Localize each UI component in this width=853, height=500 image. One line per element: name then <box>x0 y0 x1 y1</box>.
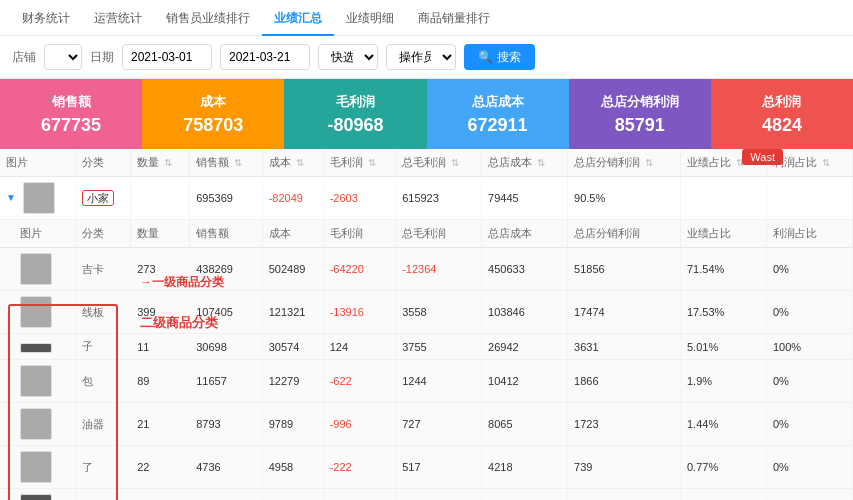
row-l1-sales: 695369 <box>190 177 262 220</box>
l2-5-sales: 8793 <box>190 403 262 446</box>
l2-1-profit: -64220 <box>323 248 395 291</box>
l2-1-sales: 438269 <box>190 248 262 291</box>
kpi-cost-value: 758703 <box>183 115 243 136</box>
l2-4-image <box>20 365 52 397</box>
nav-salesperson-rank[interactable]: 销售员业绩排行 <box>154 0 262 36</box>
l2-6-profit-ratio: 0% <box>766 446 852 489</box>
nav-operations-stats[interactable]: 运营统计 <box>82 0 154 36</box>
search-button[interactable]: 🔍 搜索 <box>464 44 535 70</box>
l2-5-profit-ratio: 0% <box>766 403 852 446</box>
store-label: 店铺 <box>12 49 36 66</box>
th-qty[interactable]: 数量 ⇅ <box>131 149 190 177</box>
th-profit[interactable]: 毛利润 ⇅ <box>323 149 395 177</box>
l2-7-profit-ratio: 0% <box>766 489 852 501</box>
collapse-icon[interactable]: ▼ <box>6 192 16 203</box>
l2-1-qty: 273 <box>131 248 190 291</box>
kpi-bar: 销售额 677735 成本 758703 毛利润 -80968 总店成本 672… <box>0 79 853 149</box>
l2-3-total-cost: 26942 <box>482 334 568 360</box>
kpi-cost: 成本 758703 <box>142 79 284 149</box>
l2-5-perf-ratio: 1.44% <box>681 403 767 446</box>
sub-th-profit-ratio: 利润占比 <box>766 220 852 248</box>
l2-7-dist-profit: 844 <box>568 489 681 501</box>
sort-perf-ratio-icon: ⇅ <box>736 157 744 168</box>
l2-2-perf-ratio: 17.53% <box>681 291 767 334</box>
l2-4-total-profit: 1244 <box>396 360 482 403</box>
l2-3-sales: 30698 <box>190 334 262 360</box>
sort-profit-icon: ⇅ <box>368 157 376 168</box>
l2-2-total-profit: 3558 <box>396 291 482 334</box>
table-row-level2-1: 吉卡 273 438269 502489 -64220 -12364 45063… <box>0 248 853 291</box>
store-select[interactable] <box>44 44 82 70</box>
operator-select[interactable]: 操作员 <box>386 44 456 70</box>
sub-th-sales: 销售额 <box>190 220 262 248</box>
nav-performance-summary[interactable]: 业绩汇总 <box>262 0 334 36</box>
l2-5-profit: -996 <box>323 403 395 446</box>
th-profit-ratio[interactable]: 利润占比 ⇅ <box>766 149 852 177</box>
sort-total-cost-icon: ⇅ <box>537 157 545 168</box>
th-perf-ratio[interactable]: 业绩占比 ⇅ <box>681 149 767 177</box>
kpi-store-dist-profit-value: 85791 <box>615 115 665 136</box>
l2-5-total-cost: 8065 <box>482 403 568 446</box>
sub-th-category: 分类 <box>76 220 131 248</box>
l2-3-cost: 30574 <box>262 334 323 360</box>
l2-6-sales: 4736 <box>190 446 262 489</box>
nav-performance-detail[interactable]: 业绩明细 <box>334 0 406 36</box>
th-dist-profit[interactable]: 总店分销利润 ⇅ <box>568 149 681 177</box>
l2-1-cost: 502489 <box>262 248 323 291</box>
quick-select[interactable]: 快选 <box>318 44 378 70</box>
kpi-total-store-cost-value: 672911 <box>468 115 528 136</box>
kpi-total-profit: 总利润 4824 <box>711 79 853 149</box>
l2-7-image <box>20 494 52 500</box>
l2-2-cost: 121321 <box>262 291 323 334</box>
l2-7-total-profit: 541 <box>396 489 482 501</box>
l2-4-profit: -622 <box>323 360 395 403</box>
kpi-total-profit-title: 总利润 <box>762 93 801 111</box>
row-l1-category: 小家 <box>76 177 131 220</box>
th-image: 图片 <box>0 149 76 177</box>
kpi-sales-title: 销售额 <box>52 93 91 111</box>
th-cost[interactable]: 成本 ⇅ <box>262 149 323 177</box>
th-sales[interactable]: 销售额 ⇅ <box>190 149 262 177</box>
sort-dist-profit-icon: ⇅ <box>645 157 653 168</box>
table-row-level2-3: 子 11 30698 30574 124 3755 26942 3631 5.0… <box>0 334 853 360</box>
nav-product-sales-rank[interactable]: 商品销量排行 <box>406 0 502 36</box>
l2-6-total-cost: 4218 <box>482 446 568 489</box>
l2-1-dist-profit: 51856 <box>568 248 681 291</box>
date-end-input[interactable] <box>220 44 310 70</box>
l2-2-profit-ratio: 0% <box>766 291 852 334</box>
data-table-wrapper: 图片 分类 数量 ⇅ 销售额 ⇅ 成本 ⇅ 毛利润 ⇅ 总毛利润 ⇅ 总店成本 … <box>0 149 853 500</box>
th-total-cost[interactable]: 总店成本 ⇅ <box>482 149 568 177</box>
table-header-row: 图片 分类 数量 ⇅ 销售额 ⇅ 成本 ⇅ 毛利润 ⇅ 总毛利润 ⇅ 总店成本 … <box>0 149 853 177</box>
l2-6-profit: -222 <box>323 446 395 489</box>
l2-6-image <box>20 451 52 483</box>
l2-6-qty: 22 <box>131 446 190 489</box>
l2-1-total-profit: -12364 <box>396 248 482 291</box>
l2-2-sales: 107405 <box>190 291 262 334</box>
sub-th-total-profit: 总毛利润 <box>396 220 482 248</box>
l2-7-perf-ratio: 0.64% <box>681 489 767 501</box>
l2-2-category: 线板 <box>76 291 131 334</box>
kpi-store-dist-profit: 总店分销利润 85791 <box>569 79 711 149</box>
l2-2-dist-profit: 17474 <box>568 291 681 334</box>
kpi-total-store-cost: 总店成本 672911 <box>427 79 569 149</box>
date-start-input[interactable] <box>122 44 212 70</box>
l2-1-image-cell <box>0 248 76 291</box>
l2-3-dist-profit: 3631 <box>568 334 681 360</box>
nav-financial-stats[interactable]: 财务统计 <box>10 0 82 36</box>
l2-4-perf-ratio: 1.9% <box>681 360 767 403</box>
sub-th-total-cost: 总店成本 <box>482 220 568 248</box>
l2-5-total-profit: 727 <box>396 403 482 446</box>
th-total-profit[interactable]: 总毛利润 ⇅ <box>396 149 482 177</box>
row-l1-expand[interactable]: ▼ <box>0 177 76 220</box>
sort-qty-icon: ⇅ <box>164 157 172 168</box>
row-l1-profit-ratio <box>766 177 852 220</box>
l2-1-profit-ratio: 0% <box>766 248 852 291</box>
l2-4-category: 包 <box>76 360 131 403</box>
l2-4-cost: 12279 <box>262 360 323 403</box>
l2-5-image <box>20 408 52 440</box>
l2-6-dist-profit: 739 <box>568 446 681 489</box>
performance-table: 图片 分类 数量 ⇅ 销售额 ⇅ 成本 ⇅ 毛利润 ⇅ 总毛利润 ⇅ 总店成本 … <box>0 149 853 500</box>
l2-6-perf-ratio: 0.77% <box>681 446 767 489</box>
data-table-container: 图片 分类 数量 ⇅ 销售额 ⇅ 成本 ⇅ 毛利润 ⇅ 总毛利润 ⇅ 总店成本 … <box>0 149 853 500</box>
sub-th-profit: 毛利润 <box>323 220 395 248</box>
